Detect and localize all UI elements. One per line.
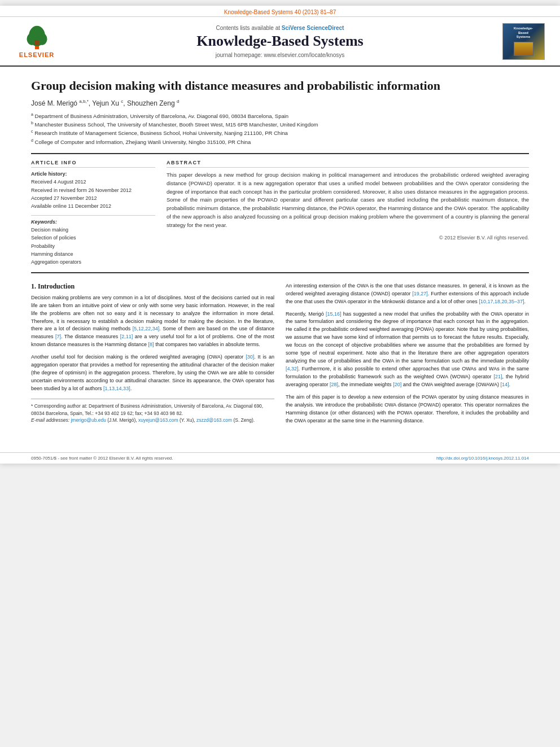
journal-homepage: journal homepage: www.elsevier.com/locat… <box>62 52 498 58</box>
banner-center: Contents lists available at SciVerse Sci… <box>62 25 498 58</box>
body-left-col: 1. Introduction Decision making problems… <box>31 282 274 430</box>
article-history-label: Article history: <box>31 171 155 177</box>
author-zeng: Shouzhen Zeng d <box>127 99 180 107</box>
sciverse-link[interactable]: SciVerse ScienceDirect <box>282 25 344 31</box>
footer-issn: 0950-7051/$ - see front matter © 2012 El… <box>31 456 173 461</box>
intro-para-3: An interesting extension of the OWA is t… <box>286 282 529 306</box>
authors: José M. Merigó a,b,*, Yejun Xu c, Shouzh… <box>31 99 529 107</box>
section-number: 1. <box>31 282 36 290</box>
journal-citation-text: Knowledge-Based Systems 40 (2013) 81–87 <box>224 9 336 15</box>
affiliations: a Department of Business Administration,… <box>31 112 529 147</box>
footnote-area: * Corresponding author at: Department of… <box>31 399 274 424</box>
article-info-heading: Article Info <box>31 160 155 168</box>
body-content: 1. Introduction Decision making problems… <box>31 282 529 430</box>
keywords-label: Keywords: <box>31 219 155 225</box>
svg-rect-4 <box>34 40 38 45</box>
section-title-text: Introduction <box>38 282 75 290</box>
page: Knowledge-Based Systems 40 (2013) 81–87 … <box>0 6 560 464</box>
abstract-text: This paper develops a new method for gro… <box>167 171 529 229</box>
left-col-divider <box>31 215 155 216</box>
abstract-heading: Abstract <box>167 160 529 168</box>
intro-para-1: Decision making problems are very common… <box>31 294 274 350</box>
intro-section-title: 1. Introduction <box>31 282 274 291</box>
author-merigo: José M. Merigó a,b,* <box>31 99 89 107</box>
intro-para-2: Another useful tool for decision making … <box>31 353 274 393</box>
footer-issn-text: 0950-7051/$ - see front matter © 2012 El… <box>31 456 173 461</box>
copyright-line: © 2012 Elsevier B.V. All rights reserved… <box>167 235 529 241</box>
footnote-corresponding: * Corresponding author at: Department of… <box>31 403 274 417</box>
article-info-col: Article Info Article history: Received 4… <box>31 160 155 267</box>
elsevier-logo-area: ELSEVIER <box>11 25 62 58</box>
abstract-col: Abstract This paper develops a new metho… <box>167 160 529 267</box>
divider-top <box>31 153 529 154</box>
keywords-list: Decision making Selection of policies Pr… <box>31 226 155 267</box>
elsevier-tree-icon <box>21 25 53 50</box>
footnote-email: E-mail addresses: jmerigo@ub.edu (J.M. M… <box>31 417 274 424</box>
article-meta-section: Article Info Article history: Received 4… <box>31 160 529 267</box>
author-xu: Yejun Xu c <box>92 99 123 107</box>
divider-bottom <box>31 272 529 273</box>
footer-doi-link[interactable]: http://dx.doi.org/10.1016/j.knosys.2012.… <box>436 456 529 461</box>
article-dates: Received 4 August 2012 Received in revis… <box>31 178 155 211</box>
body-right-col: An interesting extension of the OWA is t… <box>286 282 529 430</box>
intro-para-5: The aim of this paper is to develop a ne… <box>286 394 529 425</box>
footer-doi: http://dx.doi.org/10.1016/j.knosys.2012.… <box>436 456 529 461</box>
journal-title: Knowledge-Based Systems <box>62 33 498 50</box>
sciverse-line: Contents lists available at SciVerse Sci… <box>62 25 498 31</box>
journal-banner: ELSEVIER Contents lists available at Sci… <box>0 17 560 67</box>
main-content: Group decision making with distance meas… <box>0 67 560 447</box>
journal-citation: Knowledge-Based Systems 40 (2013) 81–87 <box>0 6 560 17</box>
intro-para-4: Recently, Merigó [15,16] has suggested a… <box>286 311 529 389</box>
article-title: Group decision making with distance meas… <box>31 78 529 94</box>
journal-thumbnail: Knowledge-BasedSystems <box>502 23 545 60</box>
elsevier-logo: ELSEVIER <box>11 25 62 58</box>
banner-right: Knowledge-BasedSystems <box>498 21 549 61</box>
elsevier-text: ELSEVIER <box>19 51 54 58</box>
footer-bar: 0950-7051/$ - see front matter © 2012 El… <box>0 452 560 464</box>
